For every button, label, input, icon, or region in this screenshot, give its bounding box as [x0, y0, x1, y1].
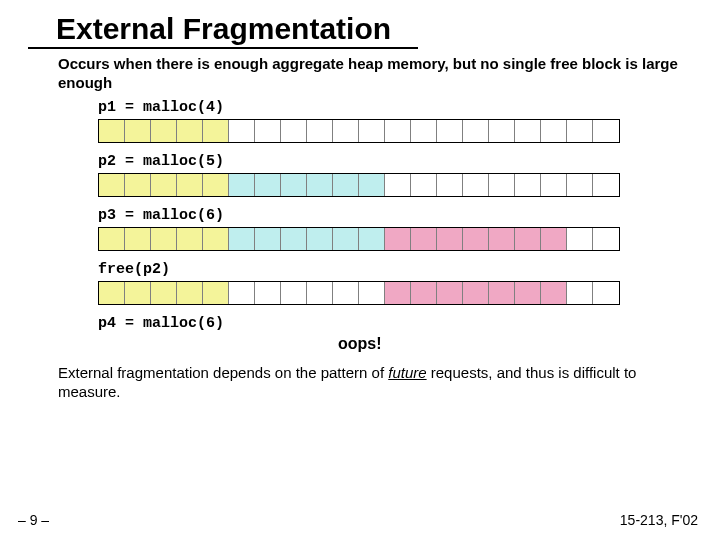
heap-cell: [333, 228, 359, 250]
heap-cell: [281, 228, 307, 250]
heap-cell: [307, 228, 333, 250]
heap-cell: [151, 282, 177, 304]
heap-cell: [307, 120, 333, 142]
bottom-explanation: External fragmentation depends on the pa…: [0, 353, 720, 402]
heap-cell: [151, 228, 177, 250]
heap-row-4: [98, 281, 720, 305]
heap-cell: [255, 174, 281, 196]
heap-cell: [411, 228, 437, 250]
heap-cell: [411, 120, 437, 142]
heap-cell: [99, 120, 125, 142]
heap-cell: [177, 120, 203, 142]
heap-cell: [203, 282, 229, 304]
heap-cell: [515, 282, 541, 304]
code-p4: p4 = malloc(6): [98, 315, 720, 332]
heap-cell: [229, 282, 255, 304]
code-p2: p2 = malloc(5): [98, 153, 720, 170]
heap-cell: [593, 282, 619, 304]
heap-cell: [437, 228, 463, 250]
heap-cell: [203, 174, 229, 196]
heap-cell: [567, 228, 593, 250]
heap-row-1: [98, 119, 720, 143]
heap-cell: [281, 174, 307, 196]
heap-cell: [281, 120, 307, 142]
heap-cell: [359, 228, 385, 250]
code-free: free(p2): [98, 261, 720, 278]
heap-cell: [515, 120, 541, 142]
heap-cell: [229, 174, 255, 196]
heap-cell: [567, 282, 593, 304]
heap-cell: [99, 228, 125, 250]
heap-cell: [359, 282, 385, 304]
heap-cell: [411, 282, 437, 304]
heap-cell: [567, 120, 593, 142]
page-number: – 9 –: [18, 512, 49, 528]
heap-cell: [593, 228, 619, 250]
heap-cell: [359, 120, 385, 142]
heap-cell: [385, 228, 411, 250]
course-footer: 15-213, F'02: [620, 512, 698, 528]
oops-label: oops!: [338, 335, 720, 353]
heap-cell: [151, 174, 177, 196]
slide-subtitle: Occurs when there is enough aggregate he…: [0, 55, 720, 93]
heap-cell: [489, 120, 515, 142]
heap-cell: [125, 120, 151, 142]
heap-cell: [255, 282, 281, 304]
heap-cell: [541, 120, 567, 142]
heap-cell: [385, 282, 411, 304]
heap-cell: [99, 282, 125, 304]
bottom-pre: External fragmentation depends on the pa…: [58, 364, 388, 381]
heap-cell: [177, 228, 203, 250]
heap-cell: [541, 174, 567, 196]
heap-cell: [385, 120, 411, 142]
heap-cell: [177, 174, 203, 196]
heap-cell: [177, 282, 203, 304]
heap-cell: [437, 174, 463, 196]
heap-cell: [411, 174, 437, 196]
heap-cell: [99, 174, 125, 196]
bottom-future: future: [388, 364, 426, 381]
heap-cell: [463, 120, 489, 142]
heap-cell: [567, 174, 593, 196]
heap-cell: [437, 120, 463, 142]
heap-cell: [125, 282, 151, 304]
heap-cell: [229, 228, 255, 250]
heap-cell: [515, 228, 541, 250]
heap-cell: [515, 174, 541, 196]
heap-cell: [281, 282, 307, 304]
heap-cell: [437, 282, 463, 304]
heap-cell: [359, 174, 385, 196]
heap-cell: [385, 174, 411, 196]
heap-cell: [489, 174, 515, 196]
heap-cell: [489, 228, 515, 250]
heap-cell: [463, 282, 489, 304]
heap-cell: [125, 228, 151, 250]
heap-cell: [593, 174, 619, 196]
heap-cell: [255, 120, 281, 142]
heap-cell: [333, 282, 359, 304]
heap-cell: [541, 228, 567, 250]
heap-cell: [489, 282, 515, 304]
heap-cell: [229, 120, 255, 142]
code-p3: p3 = malloc(6): [98, 207, 720, 224]
heap-cell: [125, 174, 151, 196]
heap-cell: [255, 228, 281, 250]
slide-title: External Fragmentation: [28, 0, 418, 49]
heap-cell: [151, 120, 177, 142]
heap-cell: [541, 282, 567, 304]
heap-cell: [333, 120, 359, 142]
heap-cell: [593, 120, 619, 142]
heap-cell: [203, 228, 229, 250]
heap-cell: [463, 228, 489, 250]
heap-cell: [333, 174, 359, 196]
heap-row-3: [98, 227, 720, 251]
heap-cell: [463, 174, 489, 196]
heap-row-2: [98, 173, 720, 197]
heap-cell: [307, 282, 333, 304]
heap-cell: [203, 120, 229, 142]
code-p1: p1 = malloc(4): [98, 99, 720, 116]
heap-cell: [307, 174, 333, 196]
